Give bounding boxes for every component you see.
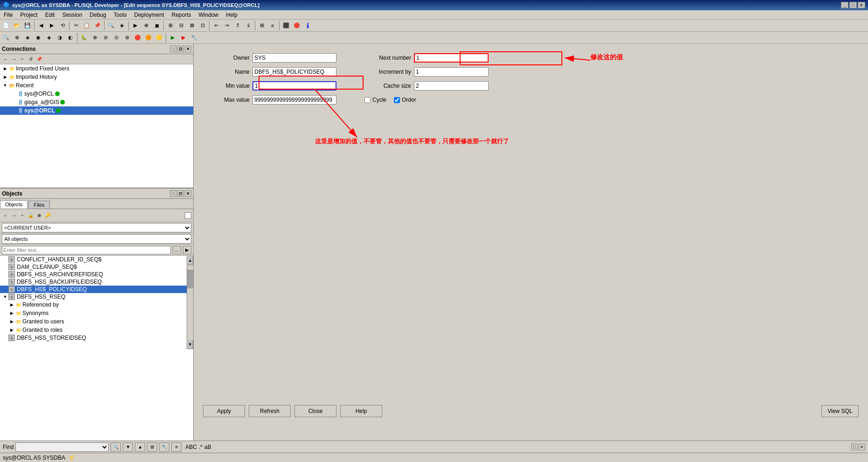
name-input[interactable] xyxy=(252,67,336,77)
obj-tb-3[interactable]: − xyxy=(19,212,26,219)
tb-db1[interactable]: ⊞ xyxy=(165,21,175,31)
tb-stop[interactable]: ⏹ xyxy=(152,21,162,31)
scroll-thumb[interactable] xyxy=(187,270,193,288)
toggle-rseq[interactable]: ▼ xyxy=(2,294,8,300)
scroll-up[interactable]: ▲ xyxy=(187,256,193,265)
tb2-b7[interactable]: ◐ xyxy=(65,33,76,43)
minimize-button[interactable]: _ xyxy=(841,2,848,8)
apply-button[interactable]: Apply xyxy=(203,405,245,417)
increment-input[interactable] xyxy=(414,67,489,77)
objects-minimize[interactable]: □ xyxy=(170,190,176,197)
tb2-b9[interactable]: ⊗ xyxy=(90,33,100,43)
conn-refresh[interactable]: ↺ xyxy=(27,56,35,63)
list-item-conflict[interactable]: S CONFLICT_HANDLER_ID_SEQ$ xyxy=(0,256,193,263)
list-item-policyid[interactable]: S DBFS_HS$_POLICYIDSEQ xyxy=(0,286,193,293)
list-item-dam[interactable]: S DAM_CLEANUP_SEQ$ xyxy=(0,263,193,271)
connections-minimize[interactable]: □ xyxy=(170,46,176,52)
tab-objects[interactable]: Objects xyxy=(0,200,28,209)
tb-list[interactable]: ≡ xyxy=(267,21,278,31)
tb-find[interactable]: 🔍 xyxy=(106,21,116,31)
obj-tb-2[interactable]: → xyxy=(10,212,18,219)
tb-commit[interactable]: 🔴 xyxy=(292,21,302,31)
view-sql-button[interactable]: View SQL xyxy=(821,405,859,417)
tb2-b12[interactable]: ⊚ xyxy=(122,33,132,43)
find-up[interactable]: ▲ xyxy=(135,442,145,452)
cache-input[interactable] xyxy=(414,81,489,91)
conn-minus[interactable]: − xyxy=(19,56,26,63)
tb2-b13[interactable]: 🔴 xyxy=(133,33,143,43)
filter-go-btn[interactable]: ▶ xyxy=(183,246,191,254)
tb-x2[interactable]: ⇒ xyxy=(222,21,232,31)
obj-tb-check[interactable] xyxy=(185,212,191,219)
objects-restore[interactable]: ⊡ xyxy=(177,190,184,197)
find-opts3[interactable]: ≡ xyxy=(171,442,182,452)
menu-help[interactable]: Help xyxy=(222,11,241,19)
objects-close[interactable]: ✕ xyxy=(185,190,191,197)
tb-save[interactable]: 💾 xyxy=(22,21,33,31)
obj-tb-4[interactable]: 🔒 xyxy=(27,212,35,219)
tb-db3[interactable]: ⊠ xyxy=(187,21,197,31)
cycle-checkbox[interactable] xyxy=(364,97,371,103)
tab-files[interactable]: Files xyxy=(28,201,49,209)
tb-x1[interactable]: ⇐ xyxy=(211,21,221,31)
find-opts2[interactable]: 🔧 xyxy=(159,442,169,452)
tree-imported-history[interactable]: ▶ 📁 Imported History xyxy=(0,73,193,81)
menu-window[interactable]: Window xyxy=(195,11,223,19)
tree-sys-orcl-2[interactable]: 🗄 sys@ORCL xyxy=(0,106,193,115)
tb2-b14[interactable]: 🟠 xyxy=(143,33,154,43)
tb-grid[interactable]: ⊞ xyxy=(257,21,267,31)
tb2-b8[interactable]: 🐛 xyxy=(79,33,89,43)
tree-sys-orcl-1[interactable]: 🗄 sys@ORCL xyxy=(0,90,193,98)
close-button[interactable]: ✕ xyxy=(858,2,865,8)
tb2-b6[interactable]: ◑ xyxy=(55,33,65,43)
tb2-b1[interactable]: 🔍 xyxy=(1,33,11,43)
tb2-b15[interactable]: 🟡 xyxy=(154,33,164,43)
list-item-archiveref[interactable]: S DBFS_HSS_ARCHIVEREFIDSEQ xyxy=(0,271,193,278)
scrollbar[interactable]: ▲ ▼ xyxy=(187,256,193,349)
find-down[interactable]: ▼ xyxy=(123,442,133,452)
tb-cut[interactable]: ✂ xyxy=(71,21,81,31)
tree-imported-fixed[interactable]: ▶ 📁 Imported Fixed Users xyxy=(0,64,193,73)
help-button[interactable]: Help xyxy=(340,405,382,417)
tree-gisga[interactable]: 🗄 gisga_a@GIS xyxy=(0,98,193,106)
next-number-input[interactable] xyxy=(414,53,489,63)
conn-back[interactable]: ← xyxy=(2,56,9,63)
tb-fwd[interactable]: ▶ xyxy=(47,21,57,31)
all-objects-dropdown[interactable]: All objects xyxy=(2,234,191,244)
toggle-imported-history[interactable]: ▶ xyxy=(2,74,8,80)
max-value-input[interactable] xyxy=(252,95,336,105)
menu-reports[interactable]: Reports xyxy=(168,11,195,19)
close-button[interactable]: Close xyxy=(294,405,336,417)
list-item-refby[interactable]: ▶ 📁 Referenced by xyxy=(0,301,193,309)
menu-debug[interactable]: Debug xyxy=(86,11,110,19)
current-user-dropdown[interactable]: <CURRENT USER> xyxy=(2,223,191,232)
tb2-b3[interactable]: ◈ xyxy=(22,33,33,43)
find-bar-close[interactable]: ✕ xyxy=(859,444,865,450)
tb-paste[interactable]: 📌 xyxy=(92,21,103,31)
tb2-b11[interactable]: ⊙ xyxy=(111,33,121,43)
toggle-synonyms[interactable]: ▶ xyxy=(8,310,15,316)
toggle-recent[interactable]: ▼ xyxy=(2,82,8,89)
list-item-rseq[interactable]: ▼ S DBFS_HSS_RSEQ xyxy=(0,293,193,301)
menu-edit[interactable]: Edit xyxy=(42,11,59,19)
tb2-b17[interactable]: ▶ xyxy=(178,33,189,43)
maximize-button[interactable]: □ xyxy=(849,2,857,8)
tb-x3[interactable]: ⇑ xyxy=(232,21,243,31)
conn-pin[interactable]: 📌 xyxy=(35,56,43,63)
toggle-refby[interactable]: ▶ xyxy=(8,301,15,308)
conn-fwd[interactable]: → xyxy=(10,56,18,63)
find-bar-minimize[interactable]: □ xyxy=(851,444,858,450)
menu-file[interactable]: File xyxy=(0,11,16,19)
find-dropdown[interactable] xyxy=(15,442,109,452)
title-buttons[interactable]: _ □ ✕ xyxy=(841,2,865,8)
obj-tb-6[interactable]: 🔑 xyxy=(44,212,51,219)
tb-f2[interactable]: ◈ xyxy=(117,21,127,31)
toggle-granted-roles[interactable]: ▶ xyxy=(8,327,15,333)
order-checkbox[interactable] xyxy=(394,97,400,103)
find-opts1[interactable]: ⊞ xyxy=(147,442,157,452)
refresh-button[interactable]: Refresh xyxy=(249,405,291,417)
tb2-b2[interactable]: ⊕ xyxy=(12,33,22,43)
tb-x4[interactable]: ⇓ xyxy=(243,21,253,31)
tb-r1[interactable]: ⟲ xyxy=(57,21,68,31)
tb2-b10[interactable]: ⊘ xyxy=(100,33,111,43)
